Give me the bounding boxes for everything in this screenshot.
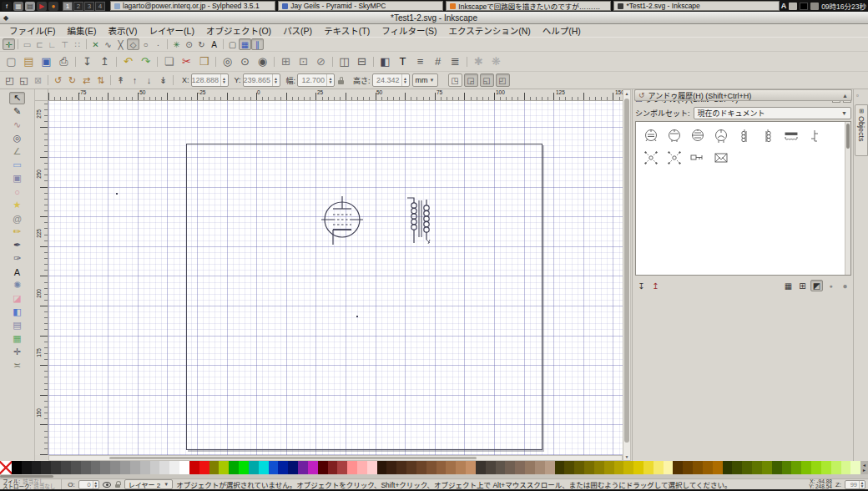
snap-page-border-button[interactable]: ▢: [226, 38, 239, 50]
y-field[interactable]: 239.865▲▼: [243, 73, 280, 87]
lower-button[interactable]: ↓: [142, 73, 156, 87]
palette-swatch[interactable]: [476, 461, 486, 474]
palette-swatch[interactable]: [357, 461, 367, 474]
tweak-tool[interactable]: ∿: [9, 119, 25, 131]
save-document-button[interactable]: ▣: [38, 53, 55, 70]
box-3d-tool[interactable]: ▣: [9, 172, 25, 185]
symbols-zoom-in-button[interactable]: ●: [839, 280, 851, 291]
snap-enable-button[interactable]: ✛: [3, 38, 15, 50]
snap-cusp-node-button[interactable]: ◇: [127, 38, 139, 50]
canvas[interactable]: [48, 101, 623, 455]
objects-panel-tab[interactable]: ⊞ Objects: [855, 104, 868, 156]
snap-bbox-edge-button[interactable]: ⊏: [33, 38, 46, 50]
spray-tool[interactable]: ✺: [9, 279, 25, 291]
palette-swatch[interactable]: [100, 461, 110, 474]
palette-swatch[interactable]: [51, 461, 61, 474]
calligraphy-tool[interactable]: ✑: [9, 252, 25, 265]
palette-swatch[interactable]: [41, 461, 51, 474]
new-document-button[interactable]: ▢: [3, 53, 20, 70]
coil-symbol-2[interactable]: [756, 125, 780, 147]
task-skympc[interactable]: Jay Geils - Pyramid - SkyMPC: [278, 1, 443, 11]
palette-swatch[interactable]: [288, 461, 298, 474]
symbols-scrollbar[interactable]: [845, 122, 850, 275]
mesh-tool[interactable]: ▦: [9, 332, 25, 345]
fill-stroke-dialog-button[interactable]: ◧: [376, 53, 394, 70]
palette-swatch[interactable]: [850, 461, 860, 474]
zoom-drawing-button[interactable]: ◎: [219, 53, 236, 70]
menu-help[interactable]: ヘルプ(H): [537, 23, 587, 38]
inductor-symbol[interactable]: [780, 125, 803, 147]
palette-swatch[interactable]: [604, 461, 614, 474]
palette-swatch[interactable]: [831, 461, 841, 474]
show-background-button[interactable]: ◩: [810, 280, 823, 291]
spiral-tool[interactable]: @: [9, 212, 25, 225]
lock-ratio-icon[interactable]: [336, 74, 346, 86]
palette-swatch[interactable]: [32, 461, 42, 474]
task-inkscape[interactable]: *Test1-2.svg - Inkscape: [613, 1, 779, 11]
height-spinner[interactable]: ▲▼: [401, 74, 409, 86]
snap-others-button[interactable]: ✳: [170, 38, 183, 50]
opacity-field[interactable]: 0▲▼: [78, 480, 99, 489]
tray-home-icon[interactable]: [810, 3, 819, 10]
workspace-3[interactable]: 3: [84, 2, 94, 11]
palette-scroll-arrows[interactable]: ◄►: [860, 461, 868, 474]
palette-swatch[interactable]: [505, 461, 515, 474]
launcher-screenshot-icon[interactable]: ▦: [13, 2, 23, 11]
rotate-cw-button[interactable]: ↻: [65, 73, 79, 87]
palette-swatch[interactable]: [298, 461, 308, 474]
zoom-tool[interactable]: ◎: [9, 132, 25, 144]
launcher-logo-icon[interactable]: f: [2, 2, 12, 11]
palette-swatch[interactable]: [386, 461, 396, 474]
symbol-to-document-button[interactable]: ↧: [635, 280, 648, 291]
fill-stroke-indicator[interactable]: フィル:該当なし ストローク:該当なし: [3, 479, 55, 490]
palette-swatch[interactable]: [623, 461, 633, 474]
snap-grid-button[interactable]: ▦: [239, 38, 251, 50]
opacity-spinner[interactable]: ▲▼: [93, 481, 98, 488]
text-dialog-button[interactable]: T: [394, 53, 411, 70]
menu-filters[interactable]: フィルター(S): [376, 23, 442, 38]
height-field[interactable]: 24.342▲▼: [372, 73, 410, 87]
palette-swatch[interactable]: [584, 461, 594, 474]
palette-swatch[interactable]: [801, 461, 811, 474]
task-browser[interactable]: Inkscapeで回路図を描きたいのですが……。 - 例えば...: [446, 1, 611, 11]
raise-button[interactable]: ↑: [128, 73, 142, 87]
import-button[interactable]: ↧: [78, 53, 96, 70]
palette-swatch[interactable]: [821, 461, 831, 474]
palette-swatch[interactable]: [159, 461, 169, 474]
canvas-vertical-scrollbar[interactable]: ▲ ▼: [623, 89, 631, 461]
x-field[interactable]: 128.888▲▼: [191, 73, 229, 87]
palette-swatch[interactable]: [673, 461, 683, 474]
fill-tool[interactable]: ◧: [9, 306, 25, 318]
palette-swatch[interactable]: [703, 461, 713, 474]
preferences-button[interactable]: ✱: [470, 53, 487, 70]
scrollbar-thumb[interactable]: [846, 124, 850, 149]
palette-swatch[interactable]: [179, 461, 189, 474]
palette-swatch[interactable]: [555, 461, 565, 474]
palette-swatch[interactable]: [416, 461, 426, 474]
palette-swatch[interactable]: [762, 461, 772, 474]
measure-tool[interactable]: ∠: [9, 145, 25, 158]
snap-guide-button[interactable]: ∥: [251, 38, 264, 50]
flip-horizontal-button[interactable]: ⇄: [79, 73, 93, 87]
palette-swatch[interactable]: [535, 461, 545, 474]
snap-bbox-corner-button[interactable]: ∟: [46, 38, 58, 50]
palette-swatch[interactable]: [199, 461, 209, 474]
selector-tool[interactable]: ↖: [9, 92, 25, 104]
vacuum-tube-symbol[interactable]: [305, 186, 380, 253]
palette-swatch[interactable]: [81, 461, 91, 474]
scroll-down-icon[interactable]: ▼: [623, 454, 630, 459]
workspace-1[interactable]: 1: [63, 2, 73, 11]
scrollbar-thumb[interactable]: [624, 99, 629, 443]
palette-swatch[interactable]: [110, 461, 120, 474]
launcher-media-icon[interactable]: ▶: [37, 2, 47, 11]
workspace-4[interactable]: 4: [95, 2, 105, 11]
palette-swatch[interactable]: [318, 461, 328, 474]
palette-swatch[interactable]: [12, 461, 22, 474]
menu-path[interactable]: パス(P): [277, 23, 318, 38]
pencil-tool[interactable]: ✏: [9, 225, 25, 238]
snap-node-button[interactable]: ✕: [89, 38, 102, 50]
palette-swatch[interactable]: [337, 461, 347, 474]
palette-swatch[interactable]: [752, 461, 762, 474]
symbol-set-dropdown[interactable]: 現在のドキュメント ▼: [694, 107, 851, 119]
zoom-selection-button[interactable]: ◉: [254, 53, 271, 70]
